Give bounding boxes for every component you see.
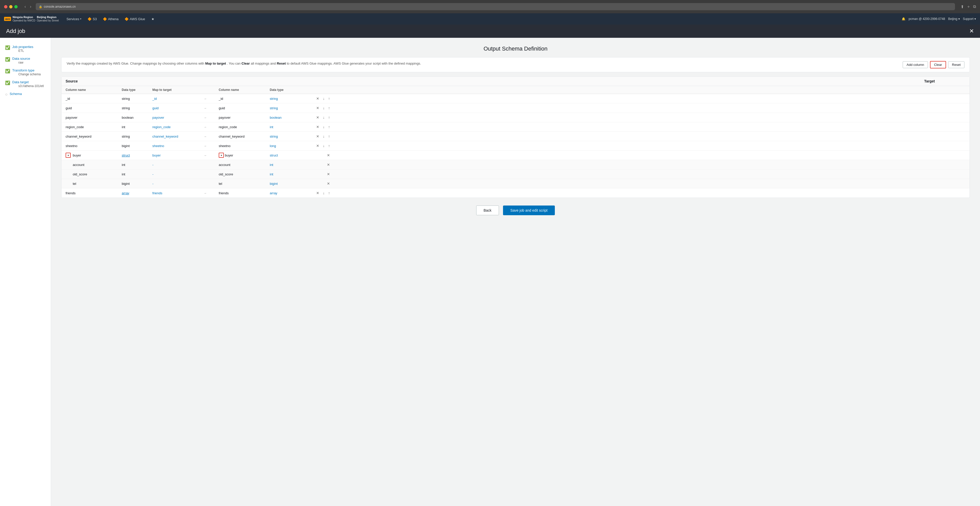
nav-link-s3[interactable]: 🔶 S3 [85,16,99,22]
delete-buyer-button[interactable]: ✕ [326,153,331,158]
reset-button[interactable]: Reset [948,61,964,68]
map-link[interactable]: channel_keyword [152,135,178,138]
source-col-name-account: account [65,163,122,167]
save-job-button[interactable]: Save job and edit script [503,205,555,215]
move-down-button[interactable]: ↓ [322,134,326,139]
move-down-friends-button[interactable]: ↓ [322,191,326,196]
delete-row-button[interactable]: ✕ [315,96,320,101]
user-info[interactable]: pcman @ 4200-2996-0748 [908,17,945,21]
array-type-link[interactable]: array [122,191,129,195]
map-value: _id [152,97,204,100]
share-icon[interactable]: ⬆ [961,4,964,9]
region-selector[interactable]: Beijing ▾ [948,17,959,21]
map-value-buyer: buyer [152,153,204,157]
move-down-button[interactable]: ↓ [322,124,326,129]
move-down-button[interactable]: ↓ [322,143,326,148]
map-to-target-bold: Map to target [205,62,226,65]
target-col-name-old-score: old_score [219,172,270,176]
delete-row-button[interactable]: ✕ [315,143,320,148]
delete-row-button[interactable]: ✕ [315,115,320,120]
move-up-button[interactable]: ↑ [327,124,331,129]
source-data-type: boolean [122,116,152,119]
move-down-button[interactable]: ↓ [322,115,326,120]
sidebar-item-job-properties[interactable]: ✅ Job properties ETL [0,43,51,55]
sidebar-item-data-target[interactable]: ✅ Data target s3://athena-101/etl [0,78,51,90]
add-column-button[interactable]: Add column [903,61,928,68]
windows-icon[interactable]: ⧉ [973,4,976,9]
sidebar-sub-transform: Change schema [12,73,41,76]
row-actions-friends: ✕ ↓ ↑ [310,191,331,196]
traffic-light-green[interactable] [14,5,18,8]
services-label: Services [66,17,79,21]
check-icon-data-target: ✅ [5,80,10,85]
map-link[interactable]: _id [152,97,157,100]
traffic-light-yellow[interactable] [9,5,13,8]
source-col-name: payover [65,116,122,119]
move-up-button[interactable]: ↑ [327,134,331,139]
delete-row-button[interactable]: ✕ [315,105,320,111]
delete-friends-button[interactable]: ✕ [315,191,320,196]
glue-label: AWS Glue [130,17,145,21]
move-up-button[interactable]: ↑ [327,105,331,111]
aws-nav-links: Services ▾ 🔶 S3 🔶 Athena 🔶 AWS Glue ★ [64,16,157,22]
check-icon-job-properties: ✅ [5,45,10,50]
nav-link-favorites[interactable]: ★ [149,16,157,22]
delete-account-button[interactable]: ✕ [326,162,331,167]
map-link[interactable]: payover [152,116,164,119]
target-col-name-cell-buyer: ▾ buyer [219,153,270,158]
main-layout: ✅ Job properties ETL ✅ Data source raw ✅… [0,38,980,506]
source-data-type: string [122,106,152,110]
forward-nav-button[interactable]: › [29,4,32,10]
aws-region-info: Ningxia Region Operated by NWCD [13,16,35,22]
map-link[interactable]: sheetno [152,144,164,148]
expand-source-buyer-button[interactable]: ▾ [65,153,71,158]
row-actions-buyer: ✕ [310,153,331,158]
move-up-friends-button[interactable]: ↑ [327,191,331,196]
delete-old-score-button[interactable]: ✕ [326,172,331,177]
nav-link-glue[interactable]: 🔶 AWS Glue [122,16,148,22]
arrow-icon: → [204,116,219,119]
traffic-light-red[interactable] [4,5,7,8]
delete-row-button[interactable]: ✕ [315,134,320,139]
nav-link-services[interactable]: Services ▾ [64,16,84,22]
map-value: payover [152,116,204,119]
close-button[interactable]: ✕ [969,28,974,35]
notification-icon[interactable]: 🔔 [902,17,905,21]
sidebar-item-data-source[interactable]: ✅ Data source raw [0,55,51,66]
sidebar-item-schema[interactable]: ○ Schema [0,90,51,99]
clear-button[interactable]: Clear [930,61,946,68]
sidebar-sub-data-target: s3://athena-101/etl [12,84,44,88]
map-link-buyer[interactable]: buyer [152,153,161,157]
sidebar-sub-data-source: raw [12,61,30,64]
nav-link-athena[interactable]: 🔶 Athena [100,16,121,22]
move-down-button[interactable]: ↓ [322,96,326,101]
description-text: Verify the mappings created by AWS Glue.… [67,61,899,66]
struct-type-link[interactable]: struct [122,153,130,157]
header-target-col-name: Column name [219,88,270,92]
move-down-button[interactable]: ↓ [322,105,326,111]
move-up-button[interactable]: ↑ [327,96,331,101]
arrow-icon: → [204,97,219,100]
sidebar-item-transform-type[interactable]: ✅ Transform type Change schema [0,66,51,78]
add-tab-icon[interactable]: ＋ [966,4,970,10]
expand-target-buyer-button[interactable]: ▾ [219,153,224,158]
page-title: Add job [6,28,969,35]
aws-nav-right: 🔔 pcman @ 4200-2996-0748 Beijing ▾ Suppo… [902,17,976,21]
map-link-friends[interactable]: friends [152,191,162,195]
map-link[interactable]: region_code [152,125,171,129]
source-data-type-friends: array [122,191,152,195]
move-up-button[interactable]: ↑ [327,115,331,120]
target-data-type-friends: array [270,191,310,195]
circle-icon-schema: ○ [5,92,8,97]
address-bar[interactable]: 🔒 console.amazonaws.cn [36,3,955,10]
map-link[interactable]: guid [152,106,159,110]
support-menu[interactable]: Support ▾ [963,17,976,21]
delete-row-button[interactable]: ✕ [315,124,320,129]
delete-tel-button[interactable]: ✕ [326,181,331,186]
back-button[interactable]: Back [476,205,499,215]
row-actions: ✕ ↓ ↑ [310,105,331,111]
table-row: account int - account int ✕ [62,160,969,170]
target-col-buyer: buyer [225,153,233,157]
back-nav-button[interactable]: ‹ [23,4,27,10]
move-up-button[interactable]: ↑ [327,143,331,148]
